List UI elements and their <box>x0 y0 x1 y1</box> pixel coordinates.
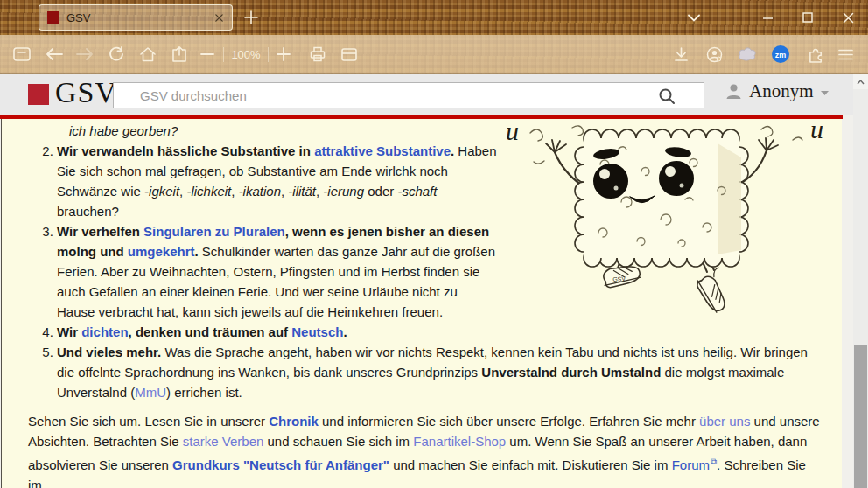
search-icon[interactable] <box>658 87 676 105</box>
text-segment: -ierung <box>323 184 364 199</box>
svg-text:u: u <box>810 121 823 143</box>
link[interactable]: MmU <box>135 385 166 400</box>
menu-hamburger-icon[interactable] <box>832 41 858 67</box>
text-segment: Wir verwandeln hässliche Substantive in <box>57 143 314 158</box>
user-name: Anonym <box>749 80 814 102</box>
mascot-illustration: u u <box>499 121 842 341</box>
vertical-scrollbar[interactable] <box>853 74 868 488</box>
text-segment: und machen Sie einfach mit. Diskutieren … <box>389 457 672 472</box>
extensions-puzzle-icon[interactable] <box>802 41 829 67</box>
text-segment: Wir <box>57 324 81 339</box>
text-segment: , denken und träumen auf <box>129 324 292 339</box>
link[interactable]: Fanartikel-Shop <box>413 434 506 449</box>
scrollbar-up-arrow[interactable] <box>853 74 868 89</box>
text-segment: -igkeit <box>144 184 179 199</box>
text-segment: , <box>231 184 238 199</box>
text-segment: ) errichen ist. <box>166 385 242 400</box>
zoom-level-indicator[interactable]: 100% <box>231 48 260 61</box>
scrollbar-thumb[interactable] <box>854 345 867 488</box>
browser-tab[interactable]: GSV <box>38 4 233 31</box>
text-segment: oder <box>364 184 397 199</box>
print-button[interactable] <box>304 41 331 67</box>
user-menu[interactable]: Anonym <box>724 80 830 102</box>
link[interactable]: umgekehrt <box>128 244 195 259</box>
gsv-logo-text[interactable]: GSV <box>55 76 117 109</box>
toolbar-separator <box>268 47 269 62</box>
reload-button[interactable] <box>103 41 130 67</box>
extension-zm-icon[interactable]: zm <box>767 41 794 67</box>
home-button[interactable] <box>135 41 161 67</box>
text-segment: -lichkeit <box>186 184 231 199</box>
tab-favicon <box>47 11 60 24</box>
link[interactable]: über uns <box>699 414 750 429</box>
toolbar-separator <box>223 47 224 62</box>
text-segment: Wir verhelfen <box>57 224 144 239</box>
window-maximize-button[interactable] <box>788 0 828 35</box>
text-segment: und informieren Sie sich über unsere Erf… <box>318 414 699 429</box>
back-button[interactable] <box>41 41 67 67</box>
site-search-box <box>113 82 704 108</box>
extension-blob-icon[interactable] <box>734 41 760 67</box>
svg-text:zm: zm <box>775 51 787 59</box>
new-tab-button[interactable] <box>242 8 261 27</box>
link[interactable]: starke Verben <box>183 434 264 449</box>
link[interactable]: Singularen zu Pluralen <box>144 224 285 239</box>
navigation-toolbar: 100% neutsch.org/Startseite <box>0 35 868 74</box>
site-header: GSV Anonym <box>0 74 853 115</box>
page-viewport: GSV Anonym <box>0 74 853 488</box>
intro-paragraph: Sehen Sie sich um. Lesen Sie in unserer … <box>28 411 821 488</box>
link[interactable]: Chronik <box>269 414 318 429</box>
text-segment: Und vieles mehr. <box>57 345 161 359</box>
text-segment: Sehen Sie sich um. Lesen Sie in unserer <box>28 414 269 429</box>
link[interactable]: Forum⧉ <box>672 457 717 472</box>
browser-window: GSV <box>0 0 868 488</box>
link[interactable]: attraktive Substantive <box>314 143 451 158</box>
text-segment: und schauen Sie sich im <box>263 434 413 449</box>
account-icon[interactable] <box>701 41 727 67</box>
link[interactable]: dichten <box>81 324 128 339</box>
close-tab-icon[interactable] <box>214 13 224 23</box>
text-segment: -ikation <box>239 184 281 199</box>
list-item: Und vieles mehr. Was die Sprache angeht,… <box>57 342 822 402</box>
zoom-out-button[interactable] <box>194 41 220 67</box>
tab-title: GSV <box>66 11 214 24</box>
text-segment: Unverstalnd durch Umstalnd <box>481 365 661 380</box>
text-segment: brauchen? <box>57 204 119 219</box>
search-input[interactable] <box>114 83 704 108</box>
firefox-view-icon[interactable] <box>9 41 35 67</box>
list-all-tabs-icon[interactable] <box>681 0 707 35</box>
zoom-in-button[interactable] <box>270 41 297 67</box>
text-segment: -ilität <box>288 184 316 199</box>
svg-text:u: u <box>506 121 519 145</box>
window-close-button[interactable] <box>828 0 868 35</box>
downloads-icon[interactable] <box>668 41 694 67</box>
link[interactable]: Grundkurs "Neutsch für Anfänger" <box>172 457 389 472</box>
text-segment: ich habe georben? <box>69 123 178 138</box>
text-segment: . <box>343 324 346 339</box>
gsv-logo-square <box>28 84 49 105</box>
window-minimize-button[interactable] <box>747 0 788 35</box>
forward-button[interactable] <box>72 41 98 67</box>
tab-bar: GSV <box>0 0 868 35</box>
link[interactable]: Neutsch <box>291 324 343 339</box>
text-segment: -schaft <box>397 184 437 199</box>
user-icon <box>724 82 743 101</box>
container-icon[interactable] <box>336 41 362 67</box>
svg-text:GSV: GSV <box>612 275 626 282</box>
save-page-icon[interactable] <box>166 41 192 67</box>
chevron-down-icon <box>820 90 830 96</box>
page-content: u u <box>1 119 842 488</box>
